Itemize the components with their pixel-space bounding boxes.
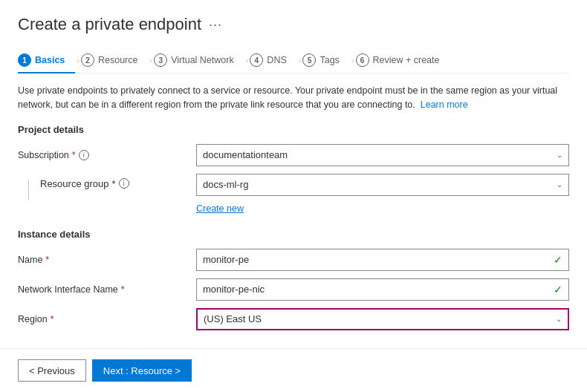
tab-number-vnet: 3 (154, 53, 167, 67)
subscription-info-icon[interactable]: i (79, 150, 89, 160)
footer-bar: < Previous Next : Resource > (0, 348, 587, 392)
info-paragraph: Use private endpoints to privately conne… (18, 84, 569, 112)
rg-indent (18, 174, 40, 200)
resource-group-row: Resource group * i docs-ml-rg ⌄ (18, 174, 569, 200)
tab-label-dns: DNS (267, 55, 286, 65)
subscription-required: * (72, 150, 76, 160)
more-options-icon[interactable]: ··· (209, 17, 222, 33)
tab-number-tags: 5 (302, 53, 316, 67)
tab-basics[interactable]: 1 Basics (18, 48, 75, 73)
name-dropdown[interactable]: monitor-pe ✓ (196, 249, 569, 271)
region-value: (US) East US (204, 313, 262, 324)
nic-required: * (121, 284, 125, 295)
subscription-control: documentationteam ⌄ (196, 144, 569, 166)
tab-sep-2: › (149, 56, 152, 65)
tab-sep-1: › (77, 56, 80, 65)
name-check-icon: ✓ (554, 254, 562, 266)
subscription-dropdown[interactable]: documentationteam ⌄ (196, 144, 569, 166)
subscription-label: Subscription * i (18, 150, 196, 160)
network-interface-dropdown[interactable]: monitor-pe-nic ✓ (196, 278, 569, 301)
tab-label-resource: Resource (98, 55, 138, 65)
tab-number-dns: 4 (250, 53, 263, 67)
subscription-value: documentationteam (203, 149, 288, 160)
wizard-tabs: 1 Basics › 2 Resource › 3 Virtual Networ… (18, 48, 569, 74)
network-interface-value: monitor-pe-nic (203, 284, 265, 295)
rg-chevron-icon: ⌄ (557, 180, 562, 189)
subscription-chevron-icon: ⌄ (557, 151, 562, 159)
tab-label-vnet: Virtual Network (171, 55, 234, 65)
project-details-title: Project details (18, 124, 569, 135)
resource-group-control: docs-ml-rg ⌄ (196, 174, 569, 196)
region-control: (US) East US ⌄ (196, 308, 569, 330)
rg-info-icon[interactable]: i (119, 178, 129, 189)
rg-required: * (112, 178, 116, 189)
network-interface-label: Network Interface Name * (18, 284, 196, 295)
tab-sep-4: › (299, 56, 302, 65)
region-chevron-icon: ⌄ (556, 315, 562, 323)
region-label: Region * (18, 314, 196, 324)
name-control: monitor-pe ✓ (196, 249, 569, 271)
resource-group-label: Resource group (40, 178, 109, 189)
name-required: * (45, 255, 49, 265)
subscription-row: Subscription * i documentationteam ⌄ (18, 144, 569, 166)
tab-review-create[interactable]: 6 Review + create (356, 48, 450, 73)
instance-details-title: Instance details (18, 229, 569, 240)
previous-button[interactable]: < Previous (18, 359, 86, 382)
resource-group-label-col: Resource group * i (40, 174, 196, 189)
tab-tags[interactable]: 5 Tags (302, 48, 349, 73)
instance-details-section: Instance details Name * monitor-pe ✓ Net… (18, 229, 569, 330)
create-new-link[interactable]: Create new (196, 203, 569, 214)
resource-group-dropdown[interactable]: docs-ml-rg ⌄ (196, 174, 569, 196)
name-label: Name * (18, 255, 196, 265)
region-row: Region * (US) East US ⌄ (18, 308, 569, 330)
resource-group-value: docs-ml-rg (203, 179, 248, 190)
name-row: Name * monitor-pe ✓ (18, 249, 569, 271)
next-button[interactable]: Next : Resource > (92, 359, 192, 382)
tab-dns[interactable]: 4 DNS (250, 48, 296, 73)
tab-number-resource: 2 (81, 53, 94, 67)
tab-resource[interactable]: 2 Resource (81, 48, 149, 73)
page-title: Create a private endpoint (18, 15, 201, 34)
region-dropdown[interactable]: (US) East US ⌄ (196, 308, 569, 330)
network-interface-row: Network Interface Name * monitor-pe-nic … (18, 278, 569, 301)
learn-more-link[interactable]: Learn more (421, 99, 468, 110)
rg-indent-line (28, 180, 29, 200)
tab-label-tags: Tags (320, 55, 339, 65)
region-required: * (51, 314, 54, 324)
network-interface-control: monitor-pe-nic ✓ (196, 278, 569, 301)
tab-number-review: 6 (356, 53, 369, 67)
tab-sep-5: › (351, 56, 354, 65)
name-value: monitor-pe (203, 254, 249, 265)
tab-number-basics: 1 (18, 53, 31, 67)
info-text-content: Use private endpoints to privately conne… (18, 85, 557, 110)
tab-label-basics: Basics (35, 55, 65, 65)
project-details-section: Project details Subscription * i documen… (18, 124, 569, 214)
tab-sep-3: › (246, 56, 249, 65)
tab-label-review: Review + create (373, 55, 440, 65)
nic-check-icon: ✓ (554, 284, 562, 295)
tab-virtual-network[interactable]: 3 Virtual Network (154, 48, 244, 73)
